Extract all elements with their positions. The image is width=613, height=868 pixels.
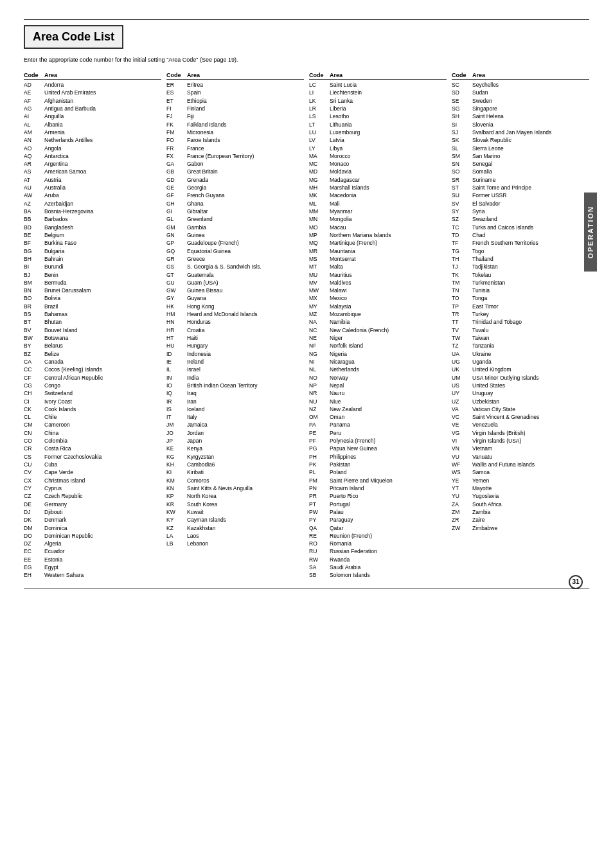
area-code: LY (309, 145, 330, 152)
area-code: ST (452, 184, 472, 191)
list-item: BTBhutan (24, 318, 161, 326)
area-code: VU (452, 453, 472, 461)
area-name: Tanzania (472, 342, 589, 350)
area-code: AR (24, 160, 44, 168)
area-code: SJ (452, 128, 472, 136)
area-code: SA (309, 563, 330, 571)
area-code: IT (166, 413, 187, 421)
list-item: RWRwanda (309, 556, 447, 563)
area-name: Kiribati (187, 468, 304, 476)
area-name: Samoa (472, 468, 589, 476)
list-item: EREritrea (166, 81, 304, 89)
list-item: AGAntigua and Barbuda (24, 105, 161, 112)
area-code: NE (309, 334, 330, 342)
list-item: PNPitcairn Island (309, 484, 447, 492)
list-item: ZASouth Africa (452, 500, 589, 508)
area-code: GI (166, 208, 187, 215)
list-item: BDBangladesh (24, 224, 161, 231)
area-name: Tadjikistan (472, 263, 589, 270)
list-item: MAMorocco (309, 152, 447, 160)
list-item: BWBotswana (24, 334, 161, 342)
list-item: SDSudan (452, 89, 589, 96)
area-name: Wallis and Futuna Islands (472, 461, 589, 468)
area-code: PK (309, 461, 330, 468)
area-name: Georgia (187, 184, 304, 191)
list-item: CACanada (24, 358, 161, 366)
list-item: LALaos (166, 532, 304, 540)
area-code: GS (166, 263, 187, 270)
list-item: STSaint Tome and Principe (452, 184, 589, 191)
list-item: NANamibia (309, 318, 447, 326)
list-item: FRFrance (166, 145, 304, 152)
area-code: MM (309, 208, 330, 215)
list-item: RURussian Federation (309, 547, 447, 555)
area-name: Svalbard and Jan Mayen Islands (472, 128, 589, 136)
area-name: Guyana (187, 294, 304, 302)
area-name: East Timor (472, 303, 589, 310)
area-name: British Indian Ocean Territory (187, 382, 304, 389)
list-item: ALAlbania (24, 121, 161, 128)
area-code: NZ (309, 405, 330, 413)
area-name: United Arab Emirates (44, 89, 161, 96)
area-code: SL (452, 145, 472, 152)
list-item: AWAruba (24, 191, 161, 199)
list-item: VEVenezuela (452, 421, 589, 429)
area-name: Virgin Islands (British) (472, 429, 589, 437)
area-name: Tonga (472, 294, 589, 302)
area-code: JO (166, 429, 187, 437)
list-item: IEIreland (166, 358, 304, 366)
column-3: CodeAreaLCSaint LuciaLILiechtensteinLKSr… (309, 72, 447, 580)
list-item: EGEgypt (24, 563, 161, 571)
area-name: Oman (330, 413, 447, 421)
area-name: Czech Republic (44, 492, 161, 500)
area-code: MP (309, 231, 330, 239)
list-item: FKFalkland Islands (166, 121, 304, 128)
list-item: PYParaguay (309, 516, 447, 524)
area-code: GE (166, 184, 187, 191)
area-name: Zambia (472, 508, 589, 516)
area-code: CC (24, 366, 44, 373)
area-name: Turks and Caicos Islands (472, 224, 589, 231)
area-code: GT (166, 271, 187, 279)
list-item: MXMexico (309, 294, 447, 302)
area-code: BF (24, 239, 44, 247)
area-name: Seychelles (472, 81, 589, 89)
list-item: LKSri Lanka (309, 97, 447, 105)
list-item: ZMZambia (452, 508, 589, 516)
area-code: CS (24, 453, 44, 461)
list-item: JMJamaica (166, 421, 304, 429)
list-item: CFCentral African Republic (24, 374, 161, 382)
area-code: BT (24, 318, 44, 326)
area-code: BY (24, 342, 44, 350)
column-2: CodeAreaEREritreaESSpainETEthiopiaFIFinl… (166, 72, 304, 580)
list-item: SOSomalia (452, 168, 589, 175)
area-code: PT (309, 500, 330, 508)
area-name: Polynesia (French) (330, 437, 447, 445)
area-name: Jamaica (187, 421, 304, 429)
area-name: Kuwait (187, 508, 304, 516)
list-item: VAVatican City State (452, 405, 589, 413)
area-code: MO (309, 224, 330, 231)
area-code: MX (309, 294, 330, 302)
area-code: TR (452, 310, 472, 318)
area-name: Solomon Islands (330, 571, 447, 579)
area-code: FK (166, 121, 187, 128)
area-code: GL (166, 215, 187, 223)
area-code: MC (309, 160, 330, 168)
area-name: Costa Rica (44, 445, 161, 452)
list-item: MUMauritius (309, 271, 447, 279)
list-item: TGTogo (452, 247, 589, 255)
list-item: SLSierra Leone (452, 145, 589, 152)
list-item: CVCape Verde (24, 468, 161, 476)
area-code: NP (309, 382, 330, 389)
list-item: HUHungary (166, 342, 304, 350)
code-header: Code (309, 72, 330, 78)
area-name: Canada (44, 358, 161, 366)
area-name: Liechtenstein (330, 89, 447, 96)
area-code: MD (309, 168, 330, 175)
list-item: LILiechtenstein (309, 89, 447, 96)
area-name: Finland (187, 105, 304, 112)
area-name: Niger (330, 334, 447, 342)
area-name: Jordan (187, 429, 304, 437)
area-code: MY (309, 303, 330, 310)
